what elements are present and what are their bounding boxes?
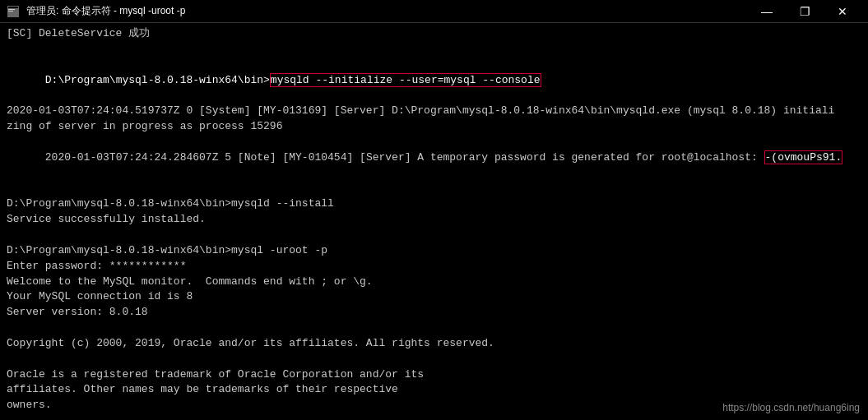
cmd-highlight-text: mysqld --initialize --user=mysql --conso… — [270, 73, 541, 87]
line-17: Copyright (c) 2000, 2019, Oracle and/or … — [7, 336, 861, 352]
line-5: zing of server in progress as process 15… — [7, 119, 861, 135]
line-blank-4 — [7, 321, 861, 336]
minimize-button[interactable]: — — [748, 0, 786, 23]
line-13: Welcome to the MySQL monitor. Commands e… — [7, 275, 861, 290]
pw-highlight-text: -(ovmouPs91. — [764, 150, 843, 164]
line-9: Service successfully installed. — [7, 212, 861, 228]
prompt-1: D:\Program\mysql-8.0.18-winx64\bin> — [45, 74, 270, 86]
line-19: Oracle is a registered trademark of Orac… — [7, 367, 861, 383]
line-14: Your MySQL connection id is 8 — [7, 289, 861, 305]
svg-rect-3 — [8, 11, 13, 12]
watermark: https://blog.csdn.net/huang6ing — [722, 401, 860, 415]
title-bar-left: 管理员: 命令提示符 - mysql -uroot -p — [7, 4, 185, 18]
line-blank-3 — [7, 228, 861, 243]
terminal-body[interactable]: [SC] DeleteService 成功 D:\Program\mysql-8… — [0, 23, 868, 420]
svg-rect-1 — [8, 7, 18, 8]
line-cmd-highlight: D:\Program\mysql-8.0.18-winx64\bin>mysql… — [7, 58, 861, 104]
line-12: Enter password: ************ — [7, 259, 861, 275]
line-8: D:\Program\mysql-8.0.18-winx64\bin>mysql… — [7, 196, 861, 212]
line-blank-5 — [7, 352, 861, 367]
line-blank-1 — [7, 42, 861, 58]
line-20: affiliates. Other names may be trademark… — [7, 382, 861, 398]
terminal-window: 管理员: 命令提示符 - mysql -uroot -p — ❐ ✕ [SC] … — [0, 0, 868, 420]
close-button[interactable]: ✕ — [824, 0, 861, 23]
line-15: Server version: 8.0.18 — [7, 305, 861, 321]
window-controls: — ❐ ✕ — [748, 0, 861, 23]
line-4: 2020-01-03T07:24:04.519737Z 0 [System] [… — [7, 104, 861, 119]
line-11: D:\Program\mysql-8.0.18-winx64\bin>mysql… — [7, 243, 861, 259]
terminal-icon — [7, 5, 20, 18]
restore-button[interactable]: ❐ — [786, 0, 824, 23]
window-title: 管理员: 命令提示符 - mysql -uroot -p — [26, 4, 185, 18]
line-1: [SC] DeleteService 成功 — [7, 26, 861, 42]
line-blank-2 — [7, 181, 861, 196]
line-pw-highlight: 2020-01-03T07:24:24.284607Z 5 [Note] [MY… — [7, 135, 861, 182]
title-bar: 管理员: 命令提示符 - mysql -uroot -p — ❐ ✕ — [0, 0, 868, 23]
pw-prefix-text: 2020-01-03T07:24:24.284607Z 5 [Note] [MY… — [45, 151, 764, 164]
svg-rect-2 — [8, 9, 15, 10]
